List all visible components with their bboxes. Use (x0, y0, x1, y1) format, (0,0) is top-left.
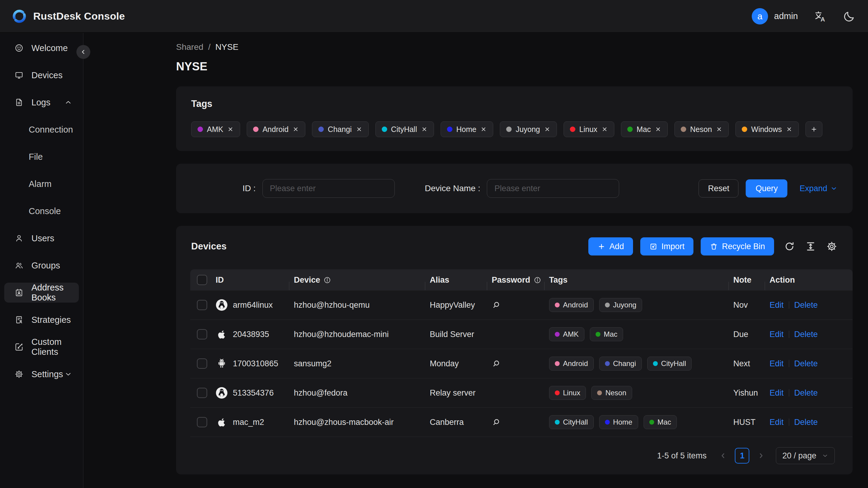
add-button[interactable]: Add (588, 237, 633, 255)
remove-tag-icon[interactable] (716, 126, 722, 132)
table-row: 20438935 hzhou@hzhoudemac-mini Build Ser… (190, 320, 852, 349)
device-id: mac_m2 (233, 418, 264, 427)
row-checkbox[interactable] (197, 329, 207, 339)
tags-card: Tags AMK Android Changi CityHall (176, 86, 852, 151)
sidebar-item-strategies[interactable]: Strategies (4, 310, 79, 330)
add-tag-button[interactable] (805, 121, 823, 137)
sidebar-item-alarm[interactable]: Alarm (4, 174, 79, 194)
row-checkbox[interactable] (197, 388, 207, 398)
remove-tag-icon[interactable] (601, 126, 608, 132)
device-note: Next (728, 359, 765, 368)
expand-link[interactable]: Expand (800, 184, 837, 193)
tag-chip-neson[interactable]: Neson (674, 121, 729, 137)
edit-link[interactable]: Edit (770, 330, 784, 339)
info-icon (323, 276, 331, 284)
table-settings-gear-icon[interactable] (826, 241, 837, 252)
tag-chip-mac[interactable]: Mac (621, 121, 668, 137)
user-menu[interactable]: a admin (752, 8, 798, 25)
import-button[interactable]: Import (640, 237, 694, 255)
row-checkbox[interactable] (197, 417, 207, 427)
recycle-bin-button[interactable]: Recycle Bin (701, 237, 774, 255)
svg-text:A: A (820, 16, 825, 22)
avatar[interactable]: a (752, 8, 768, 25)
edit-link[interactable]: Edit (770, 388, 784, 398)
tag-chip-windows[interactable]: Windows (736, 121, 799, 137)
page-number-button[interactable]: 1 (735, 448, 749, 463)
language-icon[interactable]: A (814, 10, 827, 23)
row-checkbox[interactable] (197, 300, 207, 310)
edit-link[interactable]: Edit (770, 301, 784, 310)
select-all-checkbox[interactable] (197, 275, 207, 285)
sidebar-item-logs[interactable]: Logs (4, 92, 79, 112)
dark-mode-toggle-icon[interactable] (843, 10, 856, 23)
remove-tag-icon[interactable] (292, 126, 299, 132)
tag-color-dot (382, 126, 387, 132)
sidebar-item-custom-clients[interactable]: Custom Clients (4, 337, 79, 357)
remove-tag-icon[interactable] (544, 126, 551, 132)
remove-tag-icon[interactable] (227, 126, 234, 132)
sidebar-item-settings[interactable]: Settings (4, 364, 79, 384)
tag-chip-amk[interactable]: AMK (191, 121, 240, 137)
device-alias: Relay server (425, 388, 487, 398)
remove-tag-icon[interactable] (480, 126, 487, 132)
breadcrumb-parent[interactable]: Shared (176, 42, 203, 52)
linux-os-icon (216, 299, 228, 311)
table-row: 513354376 hzhou@fedora Relay server Linu… (190, 378, 852, 408)
sidebar-collapse-button[interactable] (76, 45, 90, 59)
sidebar-item-users[interactable]: Users (4, 228, 79, 248)
refresh-icon[interactable] (784, 241, 795, 252)
device-name-filter-input[interactable] (487, 179, 619, 198)
tag-chip-home[interactable]: Home (441, 121, 494, 137)
id-filter-input[interactable] (262, 179, 395, 198)
tags-list: AMK Android Changi CityHall Home (191, 121, 837, 137)
apple-os-icon (216, 416, 228, 428)
column-header-password: Password (487, 275, 544, 285)
tag-chip-android[interactable]: Android (247, 121, 305, 137)
remove-tag-icon[interactable] (655, 126, 661, 132)
remove-tag-icon[interactable] (786, 126, 793, 132)
remove-tag-icon[interactable] (421, 126, 428, 132)
remove-tag-icon[interactable] (356, 126, 363, 132)
tag-chip: Android (549, 357, 594, 370)
tag-chip-changi[interactable]: Changi (312, 121, 369, 137)
reveal-password-icon[interactable] (492, 418, 501, 427)
previous-page-icon[interactable] (719, 452, 727, 460)
tag-chip-juyong[interactable]: Juyong (500, 121, 557, 137)
sidebar-item-console[interactable]: Console (4, 201, 79, 221)
device-name: sansumg2 (289, 359, 425, 368)
delete-link[interactable]: Delete (794, 330, 818, 339)
sidebar-item-welcome[interactable]: Welcome (4, 38, 79, 58)
tag-chip-cityhall[interactable]: CityHall (375, 121, 434, 137)
query-button[interactable]: Query (746, 179, 787, 197)
tag-chip-linux[interactable]: Linux (564, 121, 614, 137)
edit-link[interactable]: Edit (770, 418, 784, 427)
reveal-password-icon[interactable] (492, 301, 501, 309)
tag-chip: Home (599, 415, 638, 429)
sidebar: Welcome Devices Logs Connection File Ala… (0, 33, 83, 488)
device-note: Due (728, 330, 765, 339)
sidebar-item-groups[interactable]: Groups (4, 255, 79, 275)
reset-button[interactable]: Reset (699, 179, 738, 197)
page-size-select[interactable]: 20 / page (776, 447, 835, 464)
tag-chip: Changi (599, 357, 642, 370)
edit-link[interactable]: Edit (770, 359, 784, 368)
device-id: 20438935 (233, 330, 269, 339)
next-page-icon[interactable] (757, 452, 765, 460)
row-height-icon[interactable] (805, 241, 816, 252)
delete-link[interactable]: Delete (794, 359, 818, 368)
delete-link[interactable]: Delete (794, 388, 818, 398)
sidebar-item-connection[interactable]: Connection (4, 120, 79, 140)
id-filter-label: ID : (243, 184, 256, 193)
delete-link[interactable]: Delete (794, 418, 818, 427)
tag-chip: CityHall (549, 415, 594, 429)
reveal-password-icon[interactable] (492, 359, 501, 368)
tag-color-dot (197, 126, 203, 132)
sidebar-item-devices[interactable]: Devices (4, 65, 79, 85)
delete-link[interactable]: Delete (794, 301, 818, 310)
tag-color-dot (506, 126, 512, 132)
row-checkbox[interactable] (197, 359, 207, 369)
sidebar-item-file[interactable]: File (4, 147, 79, 167)
sidebar-item-address-books[interactable]: Address Books (4, 283, 79, 303)
linux-os-icon (216, 387, 228, 399)
rustdesk-logo-icon (12, 9, 27, 24)
